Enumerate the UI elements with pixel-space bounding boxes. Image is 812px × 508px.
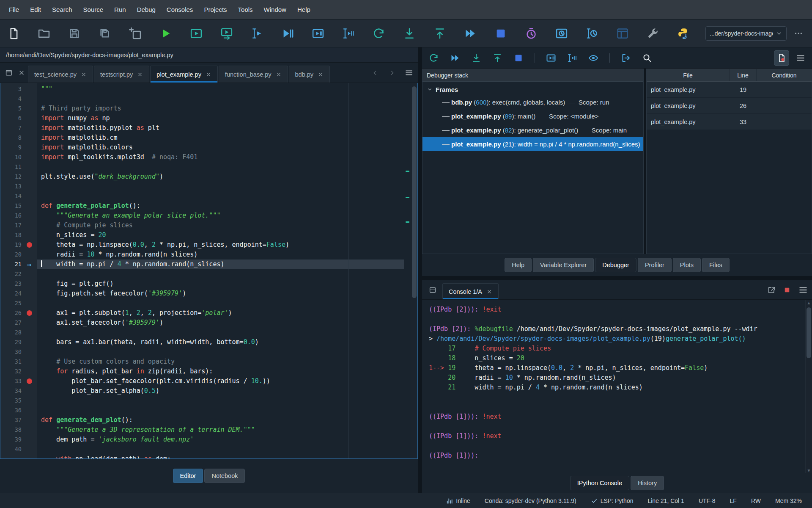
debugger-options-menu[interactable]	[796, 53, 805, 63]
column-header-file[interactable]: File	[647, 69, 730, 81]
scroll-up-arrow[interactable]: ▲	[806, 300, 812, 306]
menu-edit[interactable]: Edit	[25, 3, 47, 16]
tab-ipython-console[interactable]: IPython Console	[570, 476, 629, 490]
scroll-down-arrow[interactable]: ▼	[806, 467, 812, 473]
collapse-arrow-icon[interactable]	[427, 86, 433, 92]
code-line-5[interactable]: 5 # Third party imports	[0, 104, 404, 113]
code-line-27[interactable]: 27 ax1.set_facecolor('#395979')	[0, 318, 404, 328]
gutter-marker[interactable]	[22, 308, 37, 318]
gutter-marker[interactable]	[22, 376, 37, 386]
breakpoint-dot[interactable]	[27, 242, 32, 248]
debug-cell-toolbar-button[interactable]	[546, 53, 556, 63]
code-line-32[interactable]: 32 for radius, plot_bar in zip(radii, ba…	[0, 367, 404, 376]
new-cell-button[interactable]	[129, 27, 142, 40]
stack-frame-plot-example-py-89[interactable]: plot_example.py (89): main() — Scope: <m…	[422, 109, 643, 123]
editor-options-menu[interactable]	[403, 66, 415, 79]
stack-frame-plot-example-py-21[interactable]: plot_example.py (21): width = np.pi / 4 …	[422, 137, 643, 151]
profile-selection-button[interactable]	[585, 27, 599, 40]
menu-tools[interactable]: Tools	[233, 3, 258, 16]
code-line-36[interactable]: 36	[0, 406, 404, 415]
column-header-condition[interactable]: Condition	[757, 69, 812, 81]
new-file-button[interactable]	[7, 27, 20, 40]
preferences-button[interactable]	[646, 27, 660, 40]
breakpoint-row[interactable]: plot_example.py 19	[647, 82, 812, 98]
interrupt-kernel-button[interactable]	[783, 286, 791, 294]
show-globals-button[interactable]	[588, 53, 598, 63]
debug-selection-toolbar-button[interactable]	[567, 53, 577, 63]
code-line-9[interactable]: 9 import matplotlib.colors	[0, 143, 404, 152]
status-lf[interactable]: LF	[730, 497, 737, 504]
code-line-6[interactable]: 6 import numpy as np	[0, 113, 404, 123]
tab-variable-explorer[interactable]: Variable Explorer	[533, 258, 594, 272]
code-line-28[interactable]: 28	[0, 328, 404, 337]
code-line-22[interactable]: 22	[0, 269, 404, 279]
column-header-line[interactable]: Line	[730, 69, 757, 81]
tab-help[interactable]: Help	[505, 258, 532, 272]
run-current-line-button[interactable]	[372, 27, 386, 40]
close-tab-icon[interactable]	[206, 72, 211, 77]
step-into-button[interactable]	[403, 27, 416, 40]
search-frames-button[interactable]	[642, 53, 652, 63]
code-line-16[interactable]: 16 """Generate an example polar slice pl…	[0, 211, 404, 221]
code-editor[interactable]: 3 """ 4 5 # Third party imports 6 import…	[0, 83, 418, 459]
editor-scrollbar[interactable]	[411, 83, 417, 458]
code-line-39[interactable]: 39 dem_path = 'jacksboro_fault_dem.npz'	[0, 435, 404, 444]
debug-selection-button[interactable]	[342, 27, 355, 40]
code-line-38[interactable]: 38 """Generate a 3D representation of a …	[0, 425, 404, 435]
menu-source[interactable]: Source	[78, 3, 109, 16]
close-console-icon[interactable]	[486, 289, 492, 295]
code-line-33[interactable]: 33 plot_bar.set_facecolor(plt.cm.viridis…	[0, 376, 404, 386]
run-cell-button[interactable]	[189, 27, 203, 40]
browse-console-tabs-button[interactable]	[426, 284, 439, 296]
console-tab[interactable]: Console 1/A	[442, 283, 499, 299]
menu-help[interactable]: Help	[292, 3, 316, 16]
debug-step-return-button[interactable]	[492, 53, 502, 63]
code-line-30[interactable]: 30	[0, 347, 404, 357]
frames-tree-root[interactable]: Frames	[422, 83, 643, 95]
run-cell-advance-button[interactable]	[220, 27, 233, 40]
code-line-20[interactable]: 20 radii = 10 * np.random.rand(n_slices)	[0, 250, 404, 260]
debug-file-button[interactable]	[281, 27, 294, 40]
code-line-40[interactable]: 40	[0, 444, 404, 454]
open-file-button[interactable]	[37, 27, 51, 40]
profile-file-button[interactable]	[524, 27, 538, 40]
gutter-marker[interactable]	[22, 240, 37, 250]
close-tab-icon[interactable]	[276, 72, 282, 77]
run-file-button[interactable]	[159, 27, 173, 40]
code-line-13[interactable]: 13	[0, 182, 404, 191]
maximize-pane-button[interactable]	[616, 27, 629, 40]
code-line-34[interactable]: 34 plot_bar.set_alpha(0.5)	[0, 386, 404, 396]
editor-tab-bdb-py[interactable]: bdb.py	[289, 66, 330, 83]
menu-search[interactable]: Search	[47, 3, 78, 16]
debug-stop-button[interactable]	[513, 53, 524, 63]
menu-projects[interactable]: Projects	[198, 3, 232, 16]
close-tab-icon[interactable]	[137, 72, 143, 77]
status-mem-32[interactable]: Mem 32%	[775, 497, 802, 504]
tab-debugger[interactable]: Debugger	[595, 258, 636, 272]
run-selection-button[interactable]	[250, 27, 264, 40]
step-return-button[interactable]	[433, 27, 447, 40]
code-line-4[interactable]: 4	[0, 94, 404, 104]
status-conda-spyder-dev-python-3-11-9[interactable]: Conda: spyder-dev (Python 3.11.9)	[485, 497, 576, 504]
vertical-splitter[interactable]	[418, 47, 422, 493]
editor-tab-test-science-py[interactable]: test_science.py	[28, 66, 93, 83]
debug-continue-button[interactable]	[450, 53, 460, 63]
close-tab-icon[interactable]	[318, 72, 324, 77]
code-line-15[interactable]: 15 def generate_polar_plot():	[0, 201, 404, 211]
code-line-18[interactable]: 18 n_slices = 20	[0, 230, 404, 240]
code-line-11[interactable]: 11	[0, 162, 404, 172]
tab-files[interactable]: Files	[702, 258, 730, 272]
menu-consoles[interactable]: Consoles	[161, 3, 199, 16]
breakpoint-row[interactable]: plot_example.py 33	[647, 114, 812, 130]
code-line-10[interactable]: 10 import mpl_toolkits.mplot3d # noqa: F…	[0, 152, 404, 162]
switch-notebook-button[interactable]: Notebook	[204, 469, 245, 483]
editor-scrollbar-thumb[interactable]	[412, 86, 417, 298]
code-line-21[interactable]: 21 → width = np.pi / 4 * np.random.rand(…	[0, 260, 404, 269]
close-split-button[interactable]	[15, 66, 28, 79]
menu-run[interactable]: Run	[109, 3, 132, 16]
code-line-partial[interactable]: with np.load(dem_path) as dem:	[0, 454, 404, 458]
breakpoint-row[interactable]: plot_example.py 26	[647, 98, 812, 114]
menu-window[interactable]: Window	[258, 3, 292, 16]
save-button[interactable]	[68, 27, 81, 40]
code-line-37[interactable]: 37 def generate_dem_plot():	[0, 415, 404, 425]
